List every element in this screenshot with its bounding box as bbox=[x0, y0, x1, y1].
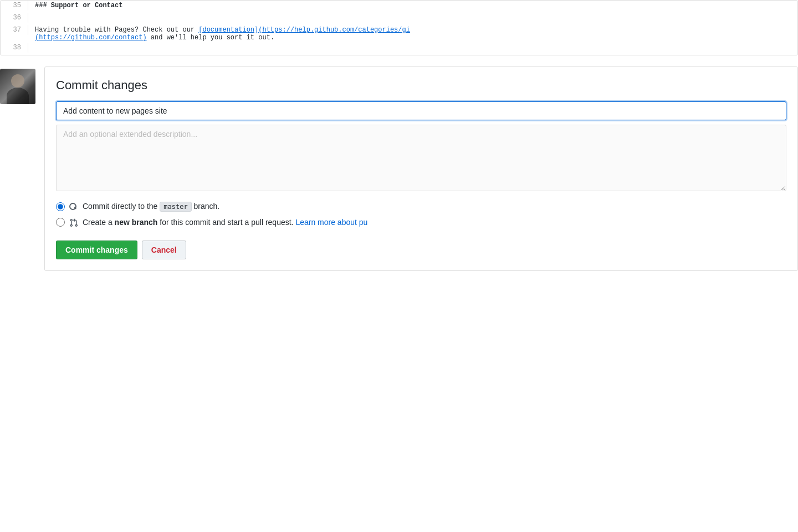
radio-direct[interactable] bbox=[56, 202, 65, 211]
commit-form-title: Commit changes bbox=[56, 78, 786, 93]
avatar bbox=[0, 69, 35, 104]
contact-link[interactable]: (https://github.com/contact) bbox=[35, 34, 147, 42]
line-content-38 bbox=[28, 43, 797, 53]
line-content-37: Having trouble with Pages? Check out our… bbox=[28, 25, 797, 43]
code-line-35: 35 ### Support or Contact bbox=[1, 1, 797, 13]
key-icon bbox=[69, 202, 78, 212]
cancel-button[interactable]: Cancel bbox=[142, 241, 186, 259]
radio-branch[interactable] bbox=[56, 218, 65, 227]
line-content-35: ### Support or Contact bbox=[28, 1, 797, 11]
line-content-36 bbox=[28, 13, 797, 23]
page-container: 35 ### Support or Contact 36 37 Having t… bbox=[0, 0, 798, 532]
code-line-38: 38 bbox=[1, 43, 797, 55]
code-line-36: 36 bbox=[1, 13, 797, 25]
learn-more-link[interactable]: Learn more about pu bbox=[295, 218, 367, 227]
line-number-37: 37 bbox=[1, 25, 28, 35]
documentation-link[interactable]: [documentation](https://help.github.com/… bbox=[198, 26, 410, 34]
code-line-37: 37 Having trouble with Pages? Check out … bbox=[1, 25, 797, 43]
branch-badge-master: master bbox=[160, 202, 191, 212]
avatar-container bbox=[0, 66, 44, 271]
radio-branch-label: Create a new branch for this commit and … bbox=[83, 218, 367, 227]
commit-changes-button[interactable]: Commit changes bbox=[56, 241, 137, 259]
commit-description-textarea[interactable] bbox=[56, 125, 786, 191]
new-branch-text: new branch bbox=[115, 218, 158, 227]
radio-option-direct: Commit directly to the master branch. bbox=[56, 202, 786, 212]
commit-form: Commit changes bbox=[44, 66, 798, 271]
line-number-36: 36 bbox=[1, 13, 28, 23]
radio-option-branch: Create a new branch for this commit and … bbox=[56, 217, 786, 227]
form-actions: Commit changes Cancel bbox=[56, 238, 786, 259]
line-number-35: 35 bbox=[1, 1, 28, 11]
commit-radio-options: Commit directly to the master branch. Cr… bbox=[56, 202, 786, 227]
radio-direct-label: Commit directly to the master branch. bbox=[83, 202, 219, 212]
line-number-38: 38 bbox=[1, 43, 28, 53]
pull-request-icon bbox=[69, 217, 78, 227]
commit-message-input[interactable] bbox=[56, 101, 786, 120]
code-editor: 35 ### Support or Contact 36 37 Having t… bbox=[0, 0, 798, 55]
commit-section: Commit changes bbox=[0, 66, 798, 282]
